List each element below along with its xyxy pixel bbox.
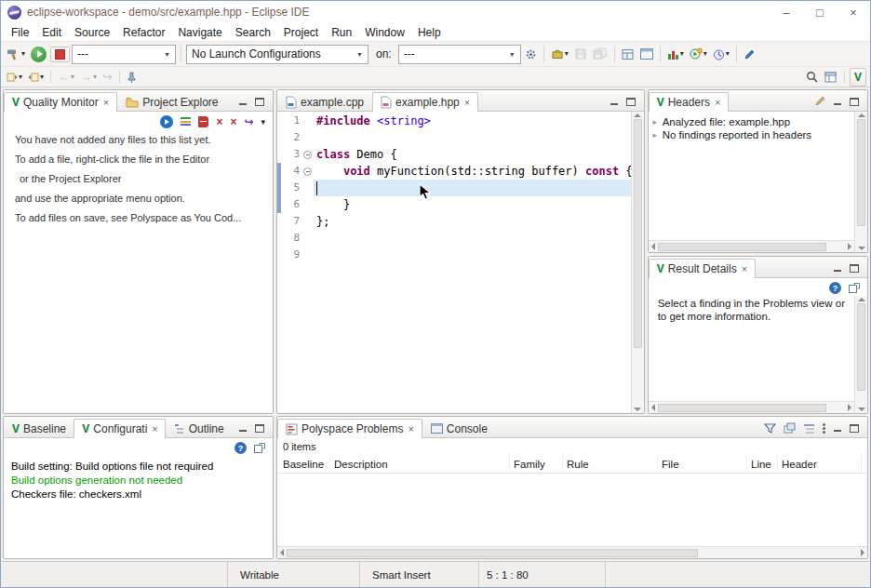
polyspace-perspective-button[interactable]: V (850, 68, 866, 87)
minimize-panel-icon[interactable] (833, 264, 842, 273)
annotation-marker-button[interactable] (742, 47, 757, 61)
list-view-icon[interactable] (181, 116, 191, 127)
view-menu-icon[interactable]: ▾ (261, 117, 265, 127)
maximize-panel-icon[interactable] (850, 98, 859, 106)
scroll-up-icon[interactable] (858, 114, 865, 117)
maximize-panel-icon[interactable] (255, 424, 264, 433)
scroll-thumb[interactable] (658, 404, 826, 412)
close-icon[interactable]: × (715, 97, 720, 108)
maximize-button[interactable]: □ (803, 1, 837, 23)
header-tree-item[interactable]: ▸No findings reported in headers (649, 128, 854, 141)
new-wizard-button[interactable]: ▾ (549, 47, 570, 61)
column-header-baseline[interactable]: Baseline (279, 455, 330, 473)
export-icon[interactable]: ↪ (244, 116, 253, 127)
tab-baseline[interactable]: V Baseline (4, 419, 74, 437)
prev-annotation-button[interactable]: ▾ (5, 71, 24, 84)
horizontal-scrollbar[interactable] (649, 401, 854, 413)
view-menu-icon[interactable] (823, 422, 825, 434)
code-line-9[interactable]: 9 (277, 247, 631, 263)
header-tree-item[interactable]: ▸Analyzed file: example.hpp (649, 115, 854, 128)
code-line-1[interactable]: 1#include <string> (277, 113, 631, 129)
code-line-3[interactable]: 3class Demo { (277, 146, 631, 163)
scroll-up-icon[interactable] (634, 114, 641, 117)
launch-configuration-combo[interactable]: No Launch Configurations ▾ (186, 45, 368, 64)
menu-file[interactable]: File (5, 24, 35, 41)
vertical-scrollbar[interactable] (854, 296, 867, 413)
console-view-button[interactable] (638, 47, 655, 60)
layers-icon[interactable] (784, 422, 796, 434)
menu-project[interactable]: Project (277, 24, 325, 41)
minimize-panel-icon[interactable] (238, 98, 248, 106)
editor-tab-example-hpp[interactable]: example.hpp × (372, 92, 478, 112)
next-annotation-button[interactable]: ▾ (26, 71, 46, 84)
horizontal-scrollbar[interactable] (649, 240, 854, 252)
menu-window[interactable]: Window (358, 24, 411, 41)
code-line-8[interactable]: 8 (277, 230, 631, 247)
results-folder-combo[interactable]: --- ▾ (72, 45, 176, 64)
debug-view-button[interactable] (620, 47, 636, 61)
menu-refactor[interactable]: Refactor (116, 24, 171, 41)
scroll-thumb[interactable] (857, 303, 865, 391)
maximize-panel-icon[interactable] (850, 424, 859, 433)
menu-navigate[interactable]: Navigate (171, 24, 228, 41)
minimize-button[interactable]: – (770, 1, 803, 23)
help-icon[interactable]: ? (234, 442, 247, 454)
collapse-icon[interactable] (303, 151, 312, 159)
close-icon[interactable]: × (408, 423, 413, 434)
search-button[interactable] (804, 70, 821, 85)
scroll-right-icon[interactable] (848, 243, 851, 250)
scroll-track[interactable] (287, 549, 858, 557)
open-window-icon[interactable] (849, 283, 860, 293)
target-settings-button[interactable] (523, 47, 539, 61)
tab-project-explorer[interactable]: Project Explore (117, 92, 226, 111)
scroll-thumb[interactable] (287, 549, 698, 557)
scroll-left-icon[interactable] (280, 549, 284, 556)
chevron-right-icon[interactable]: ▸ (650, 130, 660, 140)
problems-table-body[interactable] (277, 474, 867, 546)
code-line-5[interactable]: 5 (277, 180, 631, 196)
stop-analysis-button[interactable] (50, 47, 70, 62)
delete-all-icon[interactable]: × (230, 116, 236, 127)
column-header-description[interactable]: Description (330, 455, 510, 473)
menu-source[interactable]: Source (68, 24, 116, 41)
code-line-4[interactable]: 4 void myFunction(std::string buffer) co… (277, 163, 631, 180)
delete-icon[interactable]: × (216, 116, 222, 127)
close-icon[interactable]: × (464, 97, 470, 108)
scroll-track[interactable] (855, 119, 867, 245)
chevron-right-icon[interactable]: ▸ (650, 117, 660, 127)
chevron-down-icon[interactable]: ▾ (353, 50, 367, 59)
menu-search[interactable]: Search (229, 24, 277, 41)
forward-button[interactable]: → ▾ (78, 70, 99, 84)
close-icon[interactable]: × (103, 97, 109, 108)
scroll-thumb[interactable] (634, 119, 642, 348)
code-area[interactable]: 1#include <string>23class Demo {4 void m… (277, 112, 631, 413)
pin-editor-button[interactable] (125, 71, 139, 84)
minimize-panel-icon[interactable] (833, 424, 842, 433)
collapse-icon[interactable] (303, 167, 312, 176)
minimize-panel-icon[interactable] (833, 98, 842, 106)
tab-console[interactable]: Console (422, 419, 496, 437)
scroll-track[interactable] (658, 243, 845, 251)
launch-target-combo[interactable]: --- ▾ (398, 45, 521, 64)
build-settings-button[interactable]: ▾ (5, 47, 27, 62)
menu-help[interactable]: Help (411, 24, 448, 41)
scroll-right-icon[interactable] (861, 549, 864, 556)
profile-button[interactable]: ▾ (711, 47, 731, 61)
last-edit-location-button[interactable]: ↪ (100, 70, 114, 84)
vertical-scrollbar[interactable] (631, 112, 644, 413)
horizontal-scrollbar[interactable] (277, 546, 867, 558)
scroll-down-icon[interactable] (634, 408, 641, 411)
code-line-2[interactable]: 2 (277, 129, 631, 146)
run-list-icon[interactable] (160, 115, 173, 128)
editor-tab-example-cpp[interactable]: example.cpp (277, 92, 372, 111)
column-header-line[interactable]: Line (747, 455, 778, 473)
open-settings-icon[interactable] (254, 443, 265, 453)
chevron-down-icon[interactable]: ▾ (160, 50, 174, 59)
coverage-button[interactable]: ▾ (665, 47, 686, 61)
vertical-scrollbar[interactable] (854, 112, 867, 252)
close-icon[interactable]: × (152, 423, 157, 434)
column-header-header[interactable]: Header (778, 455, 862, 473)
run-history-button[interactable]: ▾ (688, 47, 709, 61)
remove-file-icon[interactable] (198, 116, 208, 127)
tab-headers[interactable]: V Headers × (649, 92, 730, 112)
